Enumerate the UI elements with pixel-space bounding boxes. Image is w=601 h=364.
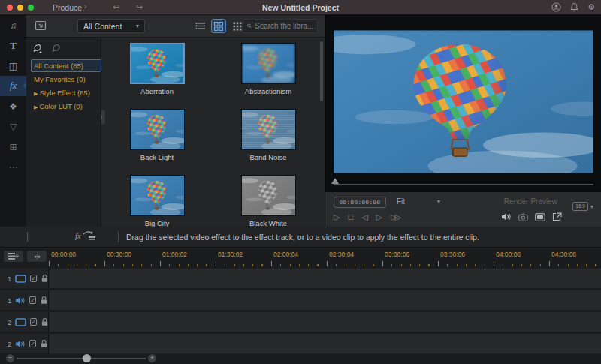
- manage-tracks-icon[interactable]: [4, 251, 23, 262]
- search-icon: [247, 23, 252, 29]
- add-custom-effect-icon[interactable]: [32, 44, 42, 53]
- effect-label: Black White: [249, 219, 287, 227]
- snapshot-icon[interactable]: [518, 213, 528, 221]
- lock-icon[interactable]: [41, 317, 49, 326]
- expand-icon[interactable]: ▶: [34, 91, 38, 96]
- collapse-panel-icon[interactable]: ‹: [101, 110, 105, 125]
- category-all-content[interactable]: All Content (85): [31, 59, 101, 72]
- audio-track-icon[interactable]: [15, 296, 26, 305]
- display-mode-icon[interactable]: [535, 213, 545, 221]
- ruler-tick: 04:00:08: [494, 249, 549, 267]
- transport-controls: ▷ □ ◁ ▷ ▷▷: [334, 212, 399, 222]
- fullscreen-icon[interactable]: [552, 212, 562, 221]
- timecode-display[interactable]: 00:00:00:00: [334, 197, 386, 208]
- import-media-icon[interactable]: [35, 20, 47, 32]
- category-list: All Content (85)My Favorites (0)▶Style E…: [31, 59, 101, 113]
- rail-item-screen-record[interactable]: ⊞: [0, 137, 26, 157]
- preview-controls: 00:00:00:00 Fit ▾ Render Preview 16:9 ▾ …: [325, 191, 601, 227]
- preview-panel: 00:00:00:00 Fit ▾ Render Preview 16:9 ▾ …: [325, 15, 601, 227]
- search-input[interactable]: [255, 22, 313, 30]
- time-ruler[interactable]: 00:00:0000:30:0001:00:0201:30:0202:00:04…: [49, 249, 601, 267]
- effect-item: Back Light: [101, 109, 213, 175]
- category-color-lut[interactable]: ▶Color LUT (0): [31, 100, 101, 113]
- lock-icon[interactable]: [40, 296, 48, 305]
- custom-lut-icon[interactable]: [51, 44, 61, 53]
- zoom-out-icon[interactable]: −: [6, 354, 14, 362]
- expand-icon[interactable]: ▶: [34, 104, 38, 110]
- zoom-in-icon[interactable]: +: [148, 354, 156, 362]
- ruler-tick: 00:00:00: [49, 249, 104, 267]
- effect-thumbnail-aberration[interactable]: [130, 43, 185, 84]
- track-enabled-checkbox[interactable]: ✓: [29, 340, 36, 347]
- rail-item-split-screen[interactable]: ▽: [0, 116, 26, 137]
- search-box[interactable]: [243, 19, 318, 33]
- view-toggles: [193, 20, 244, 32]
- fast-forward-icon[interactable]: ▷▷: [391, 212, 399, 222]
- rail-item-media[interactable]: ♫: [0, 15, 26, 35]
- notifications-icon[interactable]: [570, 2, 578, 12]
- rail-item-transitions[interactable]: ◫: [0, 56, 26, 76]
- lock-icon[interactable]: [40, 339, 48, 348]
- category-my-favorites[interactable]: My Favorites (0): [31, 73, 101, 86]
- video-preview[interactable]: [334, 25, 593, 179]
- zoom-slider-handle[interactable]: [83, 354, 91, 362]
- step-forward-icon[interactable]: ▷: [376, 212, 382, 222]
- zoom-fit-dropdown[interactable]: Fit ▾: [397, 197, 440, 206]
- titlebar: Produce › ↩ ↪ New Untitled Project ⚙: [0, 0, 601, 15]
- rail-item-effects[interactable]: fx: [0, 76, 26, 96]
- aspect-ratio-value: 16:9: [572, 202, 588, 211]
- step-back-icon[interactable]: ◁: [361, 212, 367, 222]
- effect-item: Black White: [213, 175, 324, 227]
- effect-item: Aberration: [101, 43, 213, 109]
- aspect-ratio-dropdown[interactable]: 16:9 ▾: [572, 202, 593, 211]
- play-icon[interactable]: ▷: [334, 212, 340, 222]
- lock-icon[interactable]: [41, 274, 49, 283]
- content-filter-dropdown[interactable]: All Content ▾: [77, 19, 145, 33]
- account-icon[interactable]: [551, 2, 561, 12]
- media-section: All Content ▾: [26, 15, 325, 227]
- media-toolbar: All Content ▾: [26, 15, 325, 38]
- effect-thumbnail-band-noise[interactable]: [241, 109, 296, 150]
- titles-icon: T: [10, 40, 17, 52]
- track-lane[interactable]: [49, 312, 601, 332]
- track-lane[interactable]: [49, 290, 601, 310]
- grid-view-icon[interactable]: [212, 20, 225, 32]
- effect-thumbnail-big-city[interactable]: [130, 175, 185, 216]
- rail-item-titles[interactable]: T: [0, 35, 26, 56]
- effect-thumbnail-back-light[interactable]: [130, 109, 185, 150]
- list-view-icon[interactable]: [193, 20, 207, 32]
- track-enabled-checkbox[interactable]: ✓: [30, 275, 37, 282]
- volume-icon[interactable]: [501, 212, 512, 221]
- effect-thumbnail-black-white[interactable]: [241, 175, 296, 216]
- hint-text: Drag the selected video effect to the ef…: [126, 233, 479, 242]
- stop-icon[interactable]: □: [348, 212, 353, 222]
- zoom-slider-track[interactable]: [17, 358, 146, 359]
- effect-thumbnail-abstractionism[interactable]: [241, 43, 296, 84]
- video-track-icon[interactable]: [15, 275, 26, 283]
- scrollbar[interactable]: [320, 41, 323, 101]
- track-lane[interactable]: [49, 269, 601, 288]
- render-preview-label: Render Preview: [504, 197, 557, 206]
- track-list: 1✓1✓2✓2✓: [0, 269, 601, 356]
- playhead-handle[interactable]: [331, 178, 339, 184]
- divider: [27, 232, 28, 242]
- settings-icon[interactable]: ⚙: [587, 2, 595, 12]
- track-enabled-checkbox[interactable]: ✓: [30, 318, 37, 326]
- ruler-tick: 01:30:02: [216, 249, 271, 267]
- snap-toggle-icon[interactable]: ▸|◂: [27, 251, 47, 262]
- chevron-down-icon: ▾: [437, 198, 440, 206]
- audio-track-icon[interactable]: [15, 340, 26, 348]
- rail-item-elements[interactable]: ❖: [0, 96, 26, 116]
- video-track-icon[interactable]: [15, 318, 26, 326]
- rail-item-more[interactable]: ⋯: [0, 157, 26, 177]
- track-enabled-checkbox[interactable]: ✓: [29, 296, 36, 304]
- category-style-effect[interactable]: ▶Style Effect (85): [31, 86, 101, 99]
- ruler-tick: 00:30:00: [104, 249, 160, 267]
- track-header: 1✓: [0, 290, 49, 310]
- chevron-down-icon: ▾: [590, 203, 593, 210]
- timeline-zoom-control: − +: [6, 353, 156, 363]
- seek-bar[interactable]: [334, 184, 593, 185]
- project-title: New Untitled Project: [0, 3, 601, 12]
- effect-hint-bar: fx Drag the selected video effect to the…: [0, 227, 601, 248]
- track-lane[interactable]: [49, 334, 601, 353]
